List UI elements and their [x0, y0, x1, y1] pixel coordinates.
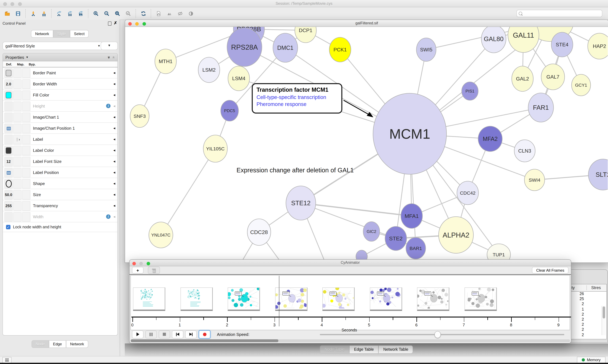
mapping-cell[interactable] — [13, 124, 22, 133]
node-STE12[interactable]: STE12 — [286, 186, 316, 220]
search-input[interactable] — [524, 11, 602, 16]
clear-all-frames-button[interactable]: Clear All Frames — [532, 267, 568, 273]
default-cell[interactable] — [4, 135, 13, 144]
table-column-header[interactable]: Stres — [591, 285, 601, 290]
table-cell-value[interactable]: 25 — [580, 297, 584, 301]
node-GIC2[interactable]: GIC2 — [363, 222, 380, 241]
tab-select[interactable]: Select — [70, 30, 89, 38]
zoom-out-icon[interactable] — [102, 9, 111, 18]
style-select[interactable]: galFiltered Style ▼ — [2, 42, 103, 50]
table-cell-value[interactable]: 2 — [582, 302, 584, 306]
expand-row-icon[interactable]: ◀ — [113, 82, 115, 85]
default-cell[interactable]: 50.0 — [4, 190, 13, 200]
stop-button[interactable] — [159, 330, 170, 338]
timeline-scrollbar[interactable] — [130, 339, 570, 342]
property-row-label-color[interactable]: Label Color◀ — [3, 145, 117, 156]
import-network-icon[interactable] — [28, 9, 38, 18]
node-ALPHA2[interactable]: ALPHA2 — [439, 217, 473, 253]
expand-row-icon[interactable]: ◀ — [113, 93, 115, 96]
bypass-cell[interactable] — [22, 68, 30, 78]
skip-to-end-button[interactable] — [185, 330, 197, 338]
annotation-box[interactable]: Transcription factor MCM1 Cell-type-spec… — [252, 83, 342, 114]
default-cell[interactable]: 2.0 — [4, 79, 13, 89]
memory-button[interactable]: Memory — [577, 357, 606, 363]
bypass-cell[interactable] — [22, 190, 30, 200]
node-RPS28A[interactable]: RPS28A — [227, 28, 262, 66]
mapping-cell[interactable] — [13, 79, 22, 89]
cyanimator-timeline[interactable]: 0123456789 Seconds — [130, 275, 570, 330]
property-row-fill-color[interactable]: Fill Color◀ — [3, 90, 117, 101]
frame-thumbnail-6s[interactable] — [417, 287, 449, 311]
float-panel-icon[interactable] — [108, 22, 111, 26]
zoom-fit-icon[interactable] — [113, 9, 122, 18]
node-GAL11[interactable]: GAL11 — [508, 27, 539, 52]
table-cell-value[interactable]: 2 — [582, 333, 584, 337]
default-cell[interactable] — [4, 146, 13, 155]
node-GAL80[interactable]: GAL80 — [481, 27, 506, 53]
property-row-shape[interactable]: Shape◀ — [3, 178, 117, 189]
property-row-image-chart-1[interactable]: Image/Chart 1◀ — [3, 112, 117, 123]
zoom-selected-icon[interactable] — [124, 9, 133, 18]
node-SWI5[interactable]: SWI5 — [416, 38, 436, 61]
node-LSM4[interactable]: LSM4 — [228, 66, 249, 91]
open-session-icon[interactable] — [2, 9, 12, 18]
mapping-cell[interactable] — [13, 113, 22, 122]
lock-size-row[interactable]: ✓ Lock node width and height — [3, 222, 61, 232]
node-BAR1[interactable]: BAR1 — [406, 237, 426, 259]
network-graph[interactable]: RPS28BDCP1RPS28ADMC1PCK1SWI5GAL80GAL11ST… — [125, 27, 608, 262]
expand-row-icon[interactable]: ◀ — [113, 138, 115, 141]
cyanimator-titlebar[interactable]: CyAnimator — [129, 260, 571, 266]
skip-to-start-button[interactable] — [172, 330, 183, 338]
scrollbar-thumb[interactable] — [603, 306, 605, 318]
network-window-titlebar[interactable]: galFiltered.sif — [125, 20, 608, 27]
node-YNL047C[interactable]: YNL047C — [149, 222, 173, 248]
property-row-border-paint[interactable]: Border Paint◀ — [3, 67, 117, 78]
bypass-cell[interactable] — [22, 157, 30, 166]
node-LSM2[interactable]: LSM2 — [198, 57, 220, 83]
table-scrollbar[interactable] — [602, 306, 606, 335]
table-cell-value[interactable]: 2 — [582, 322, 584, 327]
node-SWI4[interactable]: SWI4 — [525, 169, 545, 191]
tab-node-table[interactable]: Node Table — [320, 345, 349, 353]
mapping-cell[interactable] — [13, 102, 22, 111]
show-panels-icon[interactable] — [186, 9, 196, 18]
node-DCP1[interactable]: DCP1 — [295, 27, 316, 43]
expand-row-icon[interactable]: ◀ — [113, 182, 115, 185]
node-CLN3[interactable]: CLN3 — [514, 140, 535, 162]
frame-thumbnail-1s[interactable] — [180, 287, 213, 311]
zoom-in-icon[interactable] — [91, 9, 101, 18]
collapse-all-icon[interactable]: « — [111, 56, 116, 58]
mapping-cell[interactable] — [13, 212, 22, 222]
expand-row-icon[interactable]: ◀ — [113, 160, 115, 163]
export-network-icon[interactable] — [55, 9, 64, 18]
node-CDC28[interactable]: CDC28 — [247, 219, 271, 246]
import-table-icon[interactable] — [39, 9, 49, 18]
bypass-cell[interactable] — [22, 124, 30, 133]
bypass-cell[interactable] — [22, 179, 30, 188]
node-SNF3[interactable]: SNF3 — [130, 105, 149, 128]
tab-network[interactable]: Network — [66, 340, 88, 348]
mapping-cell[interactable] — [13, 68, 22, 78]
expand-row-icon[interactable]: ◀ — [113, 204, 115, 207]
tab-node[interactable]: Node — [31, 340, 49, 348]
frame-thumbnail-3s[interactable] — [275, 287, 307, 311]
table-cell-value[interactable]: 26 — [580, 292, 584, 296]
node-PIS1[interactable]: PIS1 — [462, 82, 478, 100]
mapping-cell[interactable] — [13, 179, 22, 188]
annotation-link[interactable]: Pheromone response — [257, 101, 338, 107]
search-box[interactable] — [516, 10, 602, 17]
frame-thumbnail-2s[interactable] — [228, 287, 260, 311]
network-canvas[interactable]: RPS28BDCP1RPS28ADMC1PCK1SWI5GAL80GAL11ST… — [125, 27, 608, 262]
animation-speed-slider[interactable] — [320, 334, 564, 335]
default-cell[interactable] — [4, 124, 13, 133]
expand-row-icon[interactable]: ◀ — [113, 149, 115, 152]
save-session-icon[interactable] — [13, 9, 23, 18]
node-MFA1[interactable]: MFA1 — [401, 204, 422, 228]
expand-row-icon[interactable]: ◀ — [113, 116, 115, 118]
mapping-cell[interactable] — [13, 146, 22, 155]
node-GAL7[interactable]: GAL7 — [541, 64, 565, 90]
bypass-cell[interactable] — [22, 146, 30, 155]
default-cell[interactable] — [4, 102, 13, 111]
info-icon[interactable]: i — [106, 104, 111, 108]
expand-row-icon[interactable]: ◀ — [113, 104, 115, 107]
